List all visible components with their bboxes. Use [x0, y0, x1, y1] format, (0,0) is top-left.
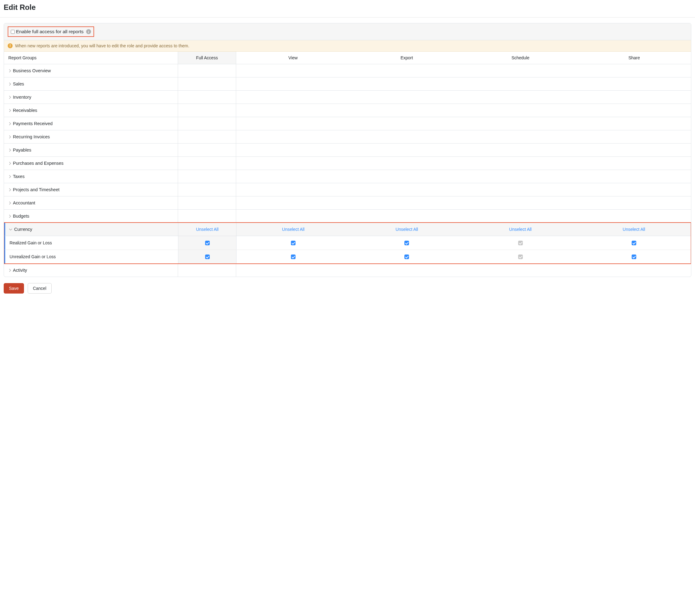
- group-perm-cells: [236, 157, 691, 170]
- enable-full-access-checkbox[interactable]: [11, 30, 15, 34]
- unselect-all-export[interactable]: Unselect All: [395, 227, 418, 232]
- group-label-text: Taxes: [13, 174, 24, 179]
- group-toggle[interactable]: Activity: [4, 264, 178, 277]
- currency-section-highlight: Currency Unselect All Unselect All Unsel…: [4, 222, 691, 264]
- table-header: Report Groups Full Access View Export Sc…: [4, 52, 691, 64]
- checkbox-view[interactable]: [291, 241, 295, 245]
- chevron-right-icon: [8, 188, 11, 191]
- group-label-text: Accountant: [13, 201, 35, 205]
- group-full-cell: [178, 210, 236, 223]
- group-perm-cells: [236, 91, 691, 104]
- info-icon[interactable]: i: [86, 29, 91, 34]
- group-toggle[interactable]: Taxes: [4, 170, 178, 183]
- group-label-text: Business Overview: [13, 68, 51, 73]
- chevron-right-icon: [8, 82, 11, 85]
- group-full-cell: [178, 78, 236, 90]
- group-perm-cells: [236, 170, 691, 183]
- chevron-right-icon: [8, 269, 11, 272]
- group-perm-cells: [236, 64, 691, 77]
- group-label-text: Receivables: [13, 108, 37, 113]
- group-toggle[interactable]: Payments Received: [4, 117, 178, 130]
- group-label-text: Recurring Invoices: [13, 134, 50, 139]
- group-row: Projects and Timesheet: [4, 183, 691, 196]
- chevron-right-icon: [8, 215, 11, 218]
- group-row: Accountant: [4, 196, 691, 210]
- group-full-cell: [178, 183, 236, 196]
- group-perm-cells: [236, 183, 691, 196]
- col-header-view: View: [236, 52, 350, 64]
- permission-full-cell: [178, 250, 237, 263]
- enable-full-access-label[interactable]: Enable full access for all reports: [16, 29, 84, 34]
- group-perm-cells: [236, 117, 691, 130]
- group-row: Inventory: [4, 91, 691, 104]
- group-row: Business Overview: [4, 64, 691, 78]
- group-perm-cells: [236, 130, 691, 143]
- group-toggle[interactable]: Accountant: [4, 196, 178, 209]
- full-access-highlight: Enable full access for all reports i: [8, 27, 94, 37]
- checkbox-full-access[interactable]: [205, 241, 210, 245]
- group-label-text: Currency: [14, 227, 32, 232]
- group-toggle[interactable]: Payables: [4, 143, 178, 156]
- checkbox-view[interactable]: [291, 255, 295, 259]
- chevron-down-icon: [9, 227, 12, 230]
- notice-text: When new reports are introduced, you wil…: [15, 43, 189, 48]
- unselect-all-view[interactable]: Unselect All: [282, 227, 304, 232]
- checkbox-export[interactable]: [404, 241, 409, 245]
- group-label-text: Payments Received: [13, 121, 53, 126]
- permission-cell: [577, 236, 691, 250]
- permission-row: Realized Gain or Loss: [4, 236, 691, 250]
- group-toggle[interactable]: Business Overview: [4, 64, 178, 77]
- group-full-cell: [178, 64, 236, 77]
- chevron-right-icon: [8, 69, 11, 72]
- group-row: Budgets: [4, 210, 691, 223]
- col-header-full: Full Access: [178, 52, 236, 64]
- checkbox-share[interactable]: [632, 241, 636, 245]
- col-header-export: Export: [350, 52, 464, 64]
- group-full-cell: [178, 170, 236, 183]
- save-button[interactable]: Save: [4, 283, 24, 294]
- checkbox-export[interactable]: [404, 255, 409, 259]
- col-header-schedule: Schedule: [464, 52, 578, 64]
- group-row: Payments Received: [4, 117, 691, 130]
- group-row: Activity: [4, 264, 691, 277]
- checkbox-schedule: [518, 241, 523, 245]
- unselect-all-share[interactable]: Unselect All: [623, 227, 645, 232]
- group-toggle[interactable]: Sales: [4, 78, 178, 90]
- checkbox-full-access[interactable]: [205, 255, 210, 259]
- unselect-all-full[interactable]: Unselect All: [196, 227, 218, 232]
- group-perm-cells: [236, 210, 691, 223]
- group-row: Receivables: [4, 104, 691, 117]
- permission-cell: [464, 236, 577, 250]
- group-perm-cells: [236, 78, 691, 90]
- group-row: Payables: [4, 143, 691, 157]
- group-toggle[interactable]: Inventory: [4, 91, 178, 104]
- group-perm-cells: [236, 264, 691, 277]
- group-full-cell: [178, 264, 236, 277]
- group-toggle[interactable]: Recurring Invoices: [4, 130, 178, 143]
- checkbox-share[interactable]: [632, 255, 636, 259]
- chevron-right-icon: [8, 162, 11, 165]
- chevron-right-icon: [8, 122, 11, 125]
- group-row: Taxes: [4, 170, 691, 183]
- group-full-cell: [178, 157, 236, 170]
- group-label-text: Purchases and Expenses: [13, 161, 63, 166]
- chevron-right-icon: [8, 135, 11, 138]
- group-label-text: Sales: [13, 82, 24, 86]
- cancel-button[interactable]: Cancel: [28, 283, 52, 294]
- group-toggle[interactable]: Projects and Timesheet: [4, 183, 178, 196]
- group-perm-cells: [236, 104, 691, 117]
- group-row: Purchases and Expenses: [4, 157, 691, 170]
- group-full-cell: [178, 130, 236, 143]
- unselect-all-schedule[interactable]: Unselect All: [509, 227, 532, 232]
- group-full-cell: [178, 91, 236, 104]
- group-toggle[interactable]: Receivables: [4, 104, 178, 117]
- warning-icon: !: [8, 43, 13, 48]
- permission-row-label: Realized Gain or Loss: [5, 236, 178, 250]
- chevron-right-icon: [8, 149, 11, 152]
- group-label-text: Projects and Timesheet: [13, 187, 60, 192]
- group-toggle[interactable]: Purchases and Expenses: [4, 157, 178, 170]
- group-currency[interactable]: Currency: [5, 223, 178, 236]
- chevron-right-icon: [8, 96, 11, 99]
- chevron-right-icon: [8, 175, 11, 178]
- group-toggle[interactable]: Budgets: [4, 210, 178, 223]
